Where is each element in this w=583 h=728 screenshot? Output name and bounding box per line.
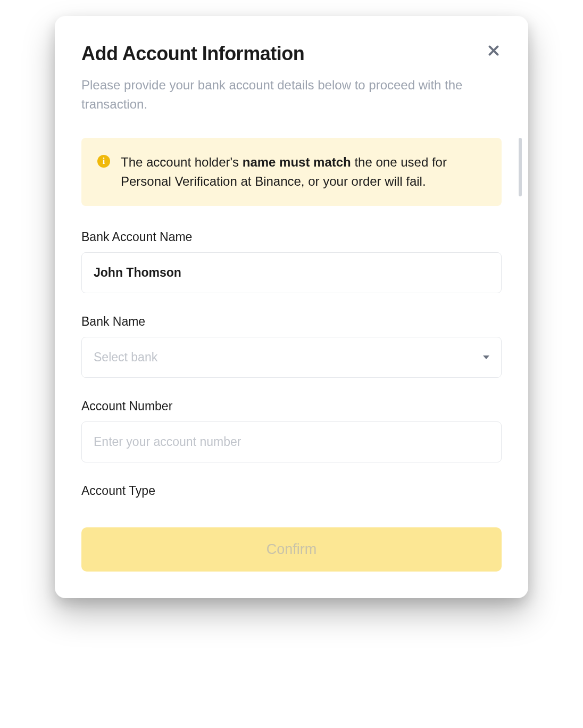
warning-prefix: The account holder's (121, 155, 243, 169)
warning-bold: name must match (243, 155, 351, 169)
close-icon (487, 44, 501, 57)
account-number-label: Account Number (81, 399, 502, 413)
bank-name-placeholder: Select bank (94, 350, 157, 365)
modal-subtitle: Please provide your bank account details… (81, 76, 502, 114)
bank-account-name-group: Bank Account Name (81, 230, 502, 293)
modal-header: Add Account Information (81, 43, 502, 65)
info-icon: i (97, 155, 110, 168)
bank-account-name-label: Bank Account Name (81, 230, 502, 244)
account-type-group: Account Type (81, 484, 502, 498)
bank-name-select[interactable]: Select bank (81, 337, 502, 378)
add-account-modal: Add Account Information Please provide y… (55, 16, 528, 598)
warning-text: The account holder's name must match the… (121, 153, 486, 191)
close-button[interactable] (486, 43, 502, 59)
bank-name-group: Bank Name Select bank (81, 315, 502, 378)
bank-account-name-input[interactable] (81, 252, 502, 293)
confirm-button[interactable]: Confirm (81, 527, 502, 572)
modal-title: Add Account Information (81, 43, 304, 65)
scrollbar-thumb[interactable] (519, 138, 522, 196)
warning-banner: i The account holder's name must match t… (81, 138, 502, 206)
bank-name-label: Bank Name (81, 315, 502, 329)
account-number-group: Account Number (81, 399, 502, 462)
account-number-input[interactable] (81, 421, 502, 462)
form-scroll-area: i The account holder's name must match t… (81, 138, 502, 506)
chevron-down-icon (483, 355, 489, 359)
account-type-label: Account Type (81, 484, 502, 498)
